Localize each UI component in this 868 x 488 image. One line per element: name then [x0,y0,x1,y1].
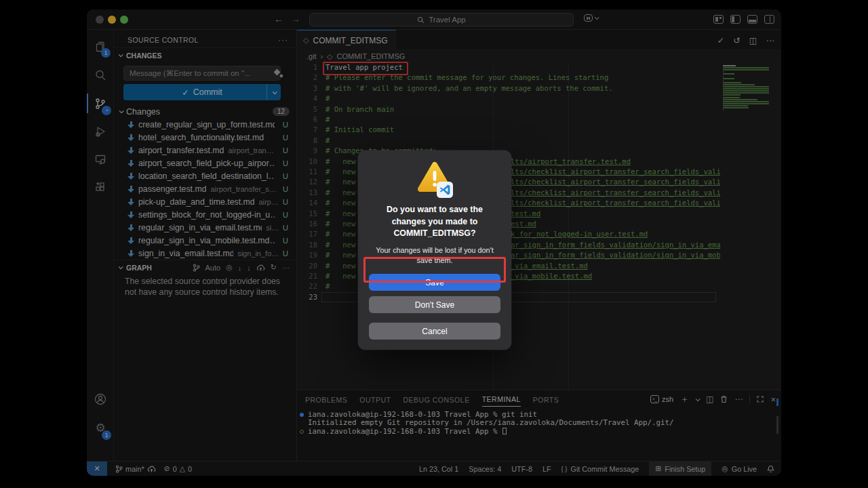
annotation-box-save-button [363,257,506,283]
dialog-title: Do you want to save the changes you made… [369,204,500,240]
screen: { "titlebar": { "search_value": "Travel … [0,0,868,488]
dont-save-button[interactable]: Don't Save [369,296,500,313]
save-changes-dialog: Do you want to save the changes you made… [358,150,511,350]
vscode-logo-badge [437,182,453,198]
cancel-button[interactable]: Cancel [369,323,500,340]
